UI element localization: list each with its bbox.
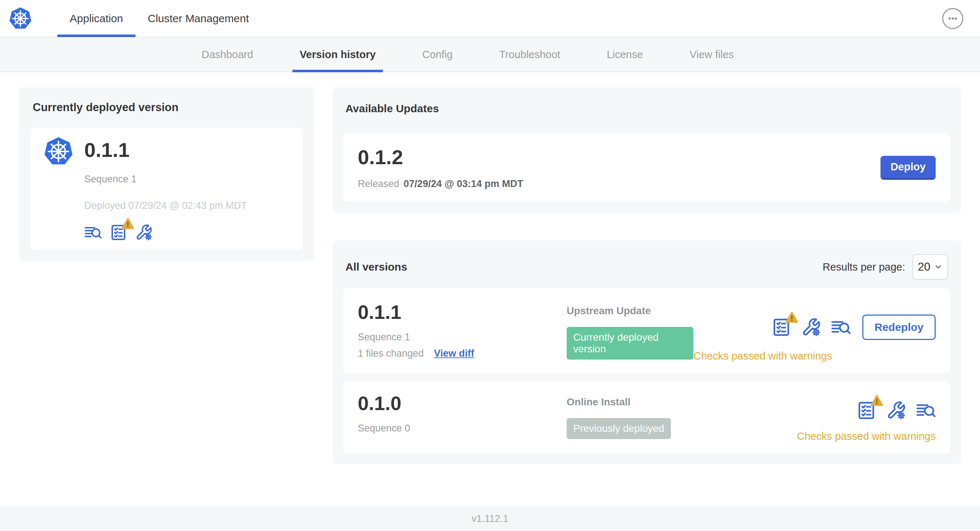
tab-application[interactable]: Application	[57, 0, 135, 37]
subtab-dashboard-label: Dashboard	[202, 49, 253, 60]
available-update-row: 0.1.2 Released 07/29/24 @ 03:14 pm MDT D…	[343, 134, 950, 202]
available-updates-card: Available Updates 0.1.2 Released 07/29/2…	[332, 87, 961, 213]
released-prefix: Released	[358, 178, 399, 189]
warning-triangle-icon	[870, 394, 883, 407]
subtab-license[interactable]: License	[599, 37, 650, 72]
tab-cluster-management-label: Cluster Management	[148, 12, 249, 25]
files-changed-line: 1 files changed View diff	[358, 348, 566, 359]
version-row-0-1-0: 0.1.0 Sequence 0 Online Install Previous…	[343, 382, 950, 453]
subtab-config-label: Config	[422, 49, 453, 60]
ellipsis-icon	[947, 12, 959, 25]
logs-search-icon[interactable]	[84, 224, 102, 241]
admin-console-page: Application Cluster Management Dashboard…	[0, 0, 980, 531]
version-number: 0.1.1	[358, 302, 566, 323]
results-per-page-label: Results per page:	[823, 261, 905, 273]
files-changed-label: 1 files changed	[358, 348, 424, 359]
subtab-view-files[interactable]: View files	[682, 37, 741, 72]
version-number: 0.1.0	[358, 393, 566, 414]
update-released-line: Released 07/29/24 @ 03:14 pm MDT	[358, 178, 523, 189]
app-header: Application Cluster Management	[0, 0, 980, 37]
deployed-status-badge: Currently deployed version	[566, 327, 694, 359]
more-options-button[interactable]	[942, 8, 963, 29]
preflight-checks-link[interactable]	[772, 318, 791, 337]
version-actions	[856, 401, 936, 420]
subtab-dashboard[interactable]: Dashboard	[194, 37, 261, 72]
deployed-sequence: Sequence 1	[84, 173, 247, 185]
preflight-status-text: Checks passed with warnings	[694, 350, 832, 362]
subtab-version-history[interactable]: Version history	[293, 37, 383, 72]
results-per-page-value: 20	[918, 261, 930, 273]
deployed-version-number: 0.1.1	[84, 139, 247, 161]
version-source-block: Upstream Update Currently deployed versi…	[566, 302, 694, 362]
warning-triangle-icon	[121, 217, 134, 230]
deployed-status-badge: Previously deployed	[566, 418, 671, 439]
preflight-checks-link[interactable]	[110, 224, 127, 241]
all-versions-header: All versions Results per page: 20	[345, 254, 948, 280]
config-wrench-icon[interactable]	[886, 401, 906, 420]
preflight-status-text: Checks passed with warnings	[797, 431, 936, 442]
version-sequence: Sequence 1	[358, 332, 566, 343]
deployed-timestamp: Deployed 07/29/24 @ 02:43 pm MDT	[84, 200, 247, 211]
tab-application-label: Application	[70, 12, 123, 25]
currently-deployed-card: Currently deployed version 0.1.1 Sequenc…	[19, 87, 314, 261]
version-source: Online Install	[566, 396, 797, 408]
app-kubernetes-icon	[44, 137, 73, 166]
version-row-0-1-1: 0.1.1 Sequence 1 1 files changed View di…	[343, 288, 950, 373]
right-column: Available Updates 0.1.2 Released 07/29/2…	[332, 87, 961, 506]
main-content: Currently deployed version 0.1.1 Sequenc…	[0, 72, 980, 506]
version-actions-block: Checks passed with warnings	[797, 393, 936, 442]
subtab-troubleshoot-label: Troubleshoot	[499, 49, 560, 60]
chevron-down-icon	[934, 262, 943, 271]
console-version: v1.112.1	[471, 513, 509, 525]
all-versions-card: All versions Results per page: 20 0.1.1 …	[332, 240, 961, 464]
version-actions-block: Redeploy Checks passed with warnings	[694, 302, 936, 362]
version-source: Upstream Update	[566, 305, 694, 317]
warning-triangle-icon	[785, 311, 799, 324]
logs-search-icon[interactable]	[831, 318, 851, 337]
available-update-info: 0.1.2 Released 07/29/24 @ 03:14 pm MDT	[358, 146, 523, 190]
kubernetes-logo-icon	[9, 7, 32, 30]
deploy-button[interactable]: Deploy	[880, 156, 936, 180]
view-diff-link[interactable]: View diff	[434, 348, 474, 359]
app-nav: Application Cluster Management	[57, 0, 261, 37]
version-source-block: Online Install Previously deployed	[566, 393, 797, 442]
version-sequence: Sequence 0	[358, 423, 566, 434]
preflight-checks-link[interactable]	[856, 401, 876, 420]
version-actions: Redeploy	[772, 315, 936, 340]
subtab-license-label: License	[606, 49, 643, 60]
currently-deployed-version-panel: 0.1.1 Sequence 1 Deployed 07/29/24 @ 02:…	[30, 128, 302, 250]
logs-search-icon[interactable]	[916, 401, 936, 420]
version-info: 0.1.1 Sequence 1 1 files changed View di…	[358, 302, 566, 362]
results-per-page: Results per page: 20	[823, 254, 948, 280]
available-updates-title: Available Updates	[345, 102, 948, 115]
subtab-version-history-label: Version history	[300, 49, 376, 60]
subtab-config[interactable]: Config	[415, 37, 460, 72]
deployed-version-actions	[84, 224, 247, 241]
config-wrench-icon[interactable]	[135, 224, 153, 241]
all-versions-title: All versions	[345, 261, 407, 273]
currently-deployed-info: 0.1.1 Sequence 1 Deployed 07/29/24 @ 02:…	[84, 134, 247, 241]
released-date: 07/29/24 @ 03:14 pm MDT	[404, 178, 523, 189]
subtab-view-files-label: View files	[689, 49, 734, 60]
config-wrench-icon[interactable]	[801, 318, 821, 337]
app-footer: v1.112.1	[0, 506, 980, 531]
app-subnav: Dashboard Version history Config Trouble…	[0, 37, 980, 72]
redeploy-button[interactable]: Redeploy	[862, 315, 936, 340]
tab-cluster-management[interactable]: Cluster Management	[135, 0, 261, 37]
update-version-number: 0.1.2	[358, 146, 523, 169]
subtab-troubleshoot[interactable]: Troubleshoot	[492, 37, 567, 72]
currently-deployed-title: Currently deployed version	[33, 101, 301, 114]
version-info: 0.1.0 Sequence 0	[358, 393, 566, 442]
results-per-page-select[interactable]: 20	[912, 254, 948, 280]
